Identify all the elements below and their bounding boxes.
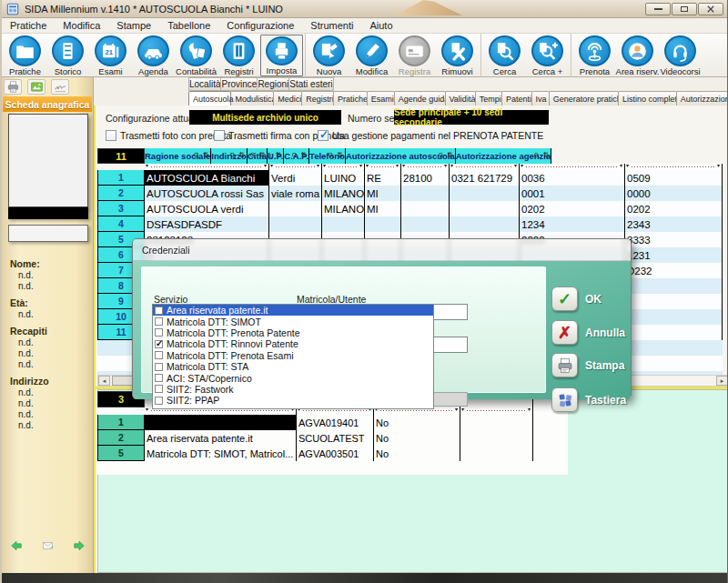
checkbox-pagamenti-box[interactable] (318, 130, 329, 141)
column-header[interactable]: Città ⇅ (248, 148, 267, 164)
tab[interactable]: Medici (273, 91, 302, 106)
servizio-item[interactable]: ACI: STA/Copernico (153, 372, 433, 383)
toolbar-button[interactable]: Cerca + (526, 35, 569, 76)
table-row[interactable]: 2 AUTOSCUOLA rossi Sas viale roma MILANO… (97, 186, 723, 201)
servizio-checkbox[interactable] (155, 307, 163, 315)
column-header[interactable]: C.A.P. ⇅ (284, 148, 308, 164)
close-button[interactable] (698, 3, 723, 15)
row-number[interactable]: 3 (97, 201, 145, 216)
next-arrow-icon[interactable] (72, 539, 86, 552)
toolbar-button[interactable]: Videocorsi (659, 35, 702, 76)
cell-extra[interactable] (460, 446, 533, 461)
column-header[interactable]: Indirizzo ⇅ (211, 148, 247, 164)
sort-icon[interactable]: ⇅ (447, 151, 453, 159)
toolbar-button[interactable]: Prenota (573, 35, 616, 76)
cell-aut-autoscuola[interactable]: 0001 (520, 186, 625, 201)
filter-icon[interactable] (266, 152, 273, 159)
cell-up[interactable]: MI (365, 201, 401, 216)
toolbar-button[interactable]: Imposta (260, 35, 303, 76)
cell-aut-autoscuola[interactable]: 0202 (520, 201, 625, 216)
cell-extra[interactable] (460, 415, 533, 430)
toolbar-button[interactable]: Area riserv. (616, 35, 659, 76)
sort-icon[interactable]: ⇅ (300, 151, 307, 159)
tab[interactable]: Esami (367, 91, 395, 106)
row-number[interactable]: 2 (97, 186, 145, 201)
toolbar-button[interactable]: Cerca (483, 35, 526, 76)
toolbar-button[interactable]: Esami (89, 35, 132, 76)
filter-icon[interactable] (229, 152, 237, 159)
filter-cell[interactable] (322, 164, 365, 170)
tab[interactable]: Modulistica (230, 91, 274, 106)
table-row[interactable]: 4 DSFASDFASDF 1234 2343 (97, 216, 723, 232)
tab[interactable]: Autorizzazioni (676, 91, 727, 106)
filter-icon[interactable] (249, 152, 257, 159)
menu-item[interactable]: Strumenti (302, 20, 361, 31)
table-row[interactable]: 3 AUTOSCUOLA verdi MILANO MI 0202 0202 (97, 201, 723, 216)
row-number[interactable]: 1 (97, 170, 145, 186)
filter-cell[interactable] (450, 164, 520, 170)
row-number[interactable]: 1 (97, 415, 145, 430)
checkbox-firma-box[interactable] (214, 130, 225, 141)
menu-item[interactable]: Pratiche (2, 20, 55, 31)
annulla-button[interactable]: ✗ Annulla (551, 320, 625, 345)
tab[interactable]: Autoscuola (188, 91, 231, 106)
tab[interactable]: Validità (445, 91, 476, 106)
filter-cell[interactable] (269, 164, 322, 170)
cell-aut-agenzia[interactable]: 0000 (625, 186, 723, 201)
cell-indirizzo[interactable]: Verdi (269, 170, 322, 186)
cell-servizio[interactable]: Matricola DTT: Rinnovi Patente (145, 415, 297, 430)
table-row[interactable]: 1 AUTOSCUOLA Bianchi Verdi LUINO RE 2810… (97, 170, 723, 186)
servizio-checkbox[interactable] (155, 340, 163, 348)
cell-aut-agenzia[interactable] (625, 309, 723, 325)
servizio-item[interactable]: Matricola DTT: STA (153, 361, 433, 372)
cell-indirizzo[interactable]: viale roma (269, 186, 322, 201)
servizio-item[interactable]: Matricola DTT: SIMOT (153, 316, 433, 327)
tab[interactable]: Agende guida (394, 91, 446, 106)
tab[interactable]: Patenti (501, 91, 532, 106)
tastiera-button[interactable]: Tastiera (551, 387, 626, 412)
column-header[interactable]: Telefono ⇅ (309, 148, 345, 164)
servizio-checkbox[interactable] (155, 363, 163, 371)
column-header[interactable]: U.P. ⇅ (268, 148, 283, 164)
dialog-title-bar[interactable]: Credenziali (133, 239, 631, 261)
cell-citta[interactable]: MILANO (322, 201, 365, 216)
title-bar[interactable]: SIDA Millennium v.1410 * AUTOSCUOLA Bian… (2, 0, 728, 18)
column-header[interactable]: Ragione sociale ⇅ (145, 148, 210, 164)
credentials-row[interactable]: 5 Matricola DTT: SIMOT, Matricol... AGVA… (97, 446, 533, 461)
filter-icon[interactable] (193, 152, 200, 159)
cell-servizio[interactable]: Matricola DTT: SIMOT, Matricol... (145, 446, 297, 461)
sort-icon[interactable]: ⇅ (337, 151, 343, 159)
region-group[interactable]: Province (220, 77, 258, 91)
filter-cell[interactable] (460, 407, 533, 415)
filter-icon[interactable] (328, 152, 335, 159)
filter-cell[interactable] (365, 164, 401, 170)
toolbar-button[interactable]: Pratiche (4, 35, 46, 76)
toolbar-button[interactable]: Nuova (308, 35, 350, 76)
sort-icon[interactable]: ⇅ (543, 151, 550, 159)
sort-icon[interactable]: ⇅ (203, 151, 209, 159)
cell-aut-agenzia[interactable]: 3333 (625, 232, 723, 247)
cell-ragione-sociale[interactable]: AUTOSCUOLA rossi Sas (145, 186, 269, 201)
filter-cell[interactable] (625, 164, 723, 170)
checkbox-foto-box[interactable] (106, 130, 116, 141)
cell-indirizzo[interactable] (269, 201, 322, 216)
cell-telefono[interactable] (450, 216, 520, 232)
cell-ragione-sociale[interactable]: DSFASDFASDF (145, 216, 269, 232)
sort-icon[interactable]: ⇅ (258, 151, 265, 159)
region-group[interactable]: Località (188, 77, 221, 91)
toolbar-button[interactable]: Contabilità (175, 35, 217, 76)
row-number[interactable]: 4 (97, 216, 145, 232)
menu-item[interactable]: Configurazione (218, 20, 302, 31)
filter-cell[interactable] (145, 164, 269, 170)
toolbar-button[interactable]: Rimuovi (436, 35, 479, 76)
filter-icon[interactable] (533, 152, 541, 159)
servizio-item[interactable]: Area riservata patente.it (153, 305, 433, 316)
servizio-item[interactable]: Matricola DTT: Prenota Esami (153, 350, 433, 361)
cell-up[interactable]: RE (365, 170, 401, 186)
tab[interactable]: Pratiche (333, 91, 368, 106)
scroll-left-button[interactable]: ◂ (98, 376, 110, 386)
cell-usa-codice[interactable]: No (374, 446, 460, 461)
cell-matricola[interactable]: AGVA019401 (297, 415, 374, 430)
checkbox-pagamenti[interactable]: Usa gestione pagamenti nel PRENOTA PATEN… (318, 130, 543, 141)
region-group[interactable]: Stati esteri (288, 77, 333, 91)
